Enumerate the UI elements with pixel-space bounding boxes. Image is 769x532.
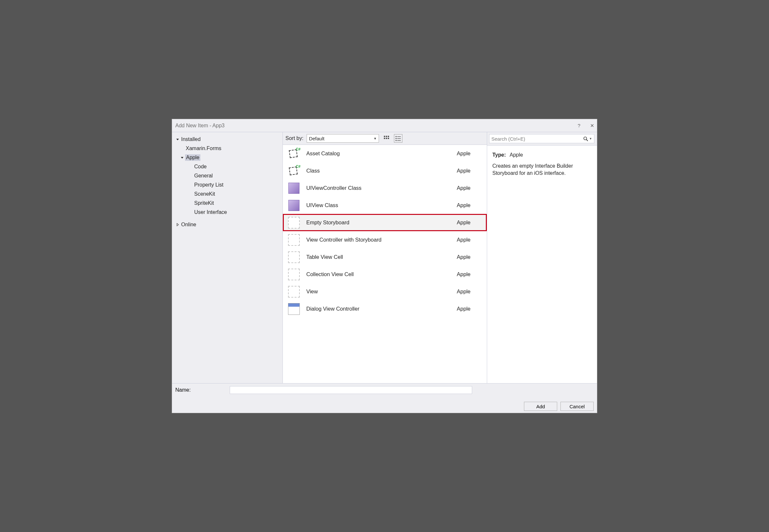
template-icon — [287, 251, 301, 264]
sort-by-label: Sort by: — [286, 135, 303, 141]
svg-rect-0 — [384, 136, 385, 137]
template-category: Apple — [457, 150, 482, 157]
sort-by-value: Default — [309, 136, 325, 141]
category-sidebar: Installed Xamarin.Forms Apple Code Gener… — [172, 132, 283, 383]
template-category: Apple — [457, 254, 482, 260]
tree-item-user-interface[interactable]: User Interface — [172, 208, 283, 217]
tree-item-property-list[interactable]: Property List — [172, 180, 283, 189]
template-name: View — [306, 288, 451, 295]
template-category: Apple — [457, 168, 482, 174]
window-title: Add New Item - App3 — [175, 123, 225, 129]
template-icon — [287, 285, 301, 298]
template-icon — [287, 147, 301, 160]
chevron-down-icon: ▼ — [373, 137, 377, 140]
tree-item-apple[interactable]: Apple — [172, 153, 283, 162]
tree-item-scenekit[interactable]: SceneKit — [172, 189, 283, 199]
template-row[interactable]: View Controller with StoryboardApple — [283, 231, 487, 248]
svg-line-13 — [587, 139, 588, 141]
template-row[interactable]: Empty StoryboardApple — [283, 214, 487, 231]
template-icon — [287, 164, 301, 177]
sort-by-dropdown[interactable]: Default ▼ — [307, 134, 379, 143]
search-icon — [583, 136, 588, 141]
chevron-right-icon — [176, 223, 180, 226]
svg-point-12 — [584, 137, 587, 140]
svg-rect-3 — [384, 138, 385, 139]
tree-label: Apple — [185, 154, 201, 161]
svg-rect-10 — [396, 140, 397, 141]
add-button[interactable]: Add — [524, 402, 557, 411]
svg-rect-11 — [397, 140, 401, 141]
template-row[interactable]: UIViewController ClassApple — [283, 179, 487, 197]
template-row[interactable]: UIView ClassApple — [283, 197, 487, 214]
search-placeholder: Search (Ctrl+E) — [491, 136, 583, 142]
tree-item-xamarin-forms[interactable]: Xamarin.Forms — [172, 144, 283, 153]
template-category: Apple — [457, 185, 482, 191]
tree-item-general[interactable]: General — [172, 171, 283, 180]
svg-rect-2 — [388, 136, 389, 137]
template-row[interactable]: Collection View CellApple — [283, 266, 487, 283]
template-name: Asset Catalog — [306, 150, 451, 157]
tree-label: Online — [180, 222, 196, 228]
svg-rect-1 — [386, 136, 387, 137]
template-name: Class — [306, 168, 451, 174]
svg-rect-9 — [397, 138, 401, 139]
cancel-button[interactable]: Cancel — [560, 402, 594, 411]
template-category: Apple — [457, 202, 482, 208]
template-icon — [287, 182, 301, 195]
name-label: Name: — [175, 387, 190, 393]
view-tiles-button[interactable] — [382, 134, 391, 143]
details-panel: Type: Apple Creates an empty Interface B… — [487, 145, 597, 383]
template-row[interactable]: Asset CatalogApple — [283, 145, 487, 162]
template-category: Apple — [457, 306, 482, 312]
svg-rect-4 — [386, 138, 387, 139]
chevron-down-icon[interactable]: ▼ — [589, 137, 592, 140]
tree-item-installed[interactable]: Installed — [172, 135, 283, 144]
name-input[interactable] — [230, 386, 472, 394]
tree-label: Code — [194, 164, 207, 170]
template-icon — [287, 302, 301, 315]
template-name: Collection View Cell — [306, 271, 451, 277]
template-category: Apple — [457, 271, 482, 277]
svg-rect-5 — [388, 138, 389, 139]
help-button[interactable]: ? — [578, 123, 580, 128]
svg-rect-7 — [397, 136, 401, 137]
template-name: UIViewController Class — [306, 185, 451, 191]
template-name: View Controller with Storyboard — [306, 237, 451, 243]
template-name: Dialog View Controller — [306, 306, 451, 312]
sort-toolbar: Sort by: Default ▼ — [283, 132, 487, 145]
details-type-value: Apple — [510, 152, 523, 158]
svg-rect-6 — [396, 136, 397, 137]
svg-rect-8 — [396, 138, 397, 139]
template-icon — [287, 216, 301, 229]
tree-label: Property List — [194, 182, 224, 188]
view-list-button[interactable] — [394, 134, 402, 143]
tree-label: SceneKit — [194, 191, 215, 197]
tree-label: General — [194, 173, 213, 179]
details-description: Creates an empty Interface Builder Story… — [492, 162, 592, 177]
template-row[interactable]: ClassApple — [283, 162, 487, 179]
template-row[interactable]: Dialog View ControllerApple — [283, 300, 487, 317]
template-category: Apple — [457, 237, 482, 243]
template-row[interactable]: Table View CellApple — [283, 248, 487, 266]
close-button[interactable]: ✕ — [590, 123, 594, 129]
dialog-window: Add New Item - App3 ? ✕ Installed Xamari… — [172, 119, 597, 413]
template-icon — [287, 233, 301, 246]
details-type-label: Type: — [492, 152, 506, 158]
footer: Name: Add Cancel — [172, 383, 597, 413]
search-input[interactable]: Search (Ctrl+E) ▼ — [489, 134, 594, 143]
template-category: Apple — [457, 288, 482, 295]
tree-item-spritekit[interactable]: SpriteKit — [172, 199, 283, 208]
tree-label: User Interface — [194, 209, 227, 215]
template-row[interactable]: ViewApple — [283, 283, 487, 300]
tree-label: SpriteKit — [194, 200, 214, 206]
template-icon — [287, 199, 301, 212]
tree-item-code[interactable]: Code — [172, 162, 283, 171]
template-name: Table View Cell — [306, 254, 451, 260]
tree-item-online[interactable]: Online — [172, 220, 283, 229]
template-name: UIView Class — [306, 202, 451, 208]
chevron-down-icon — [176, 138, 180, 141]
tree-label: Installed — [180, 136, 201, 142]
template-name: Empty Storyboard — [306, 219, 451, 226]
template-list: Asset CatalogAppleClassAppleUIViewContro… — [283, 145, 487, 383]
template-icon — [287, 268, 301, 281]
